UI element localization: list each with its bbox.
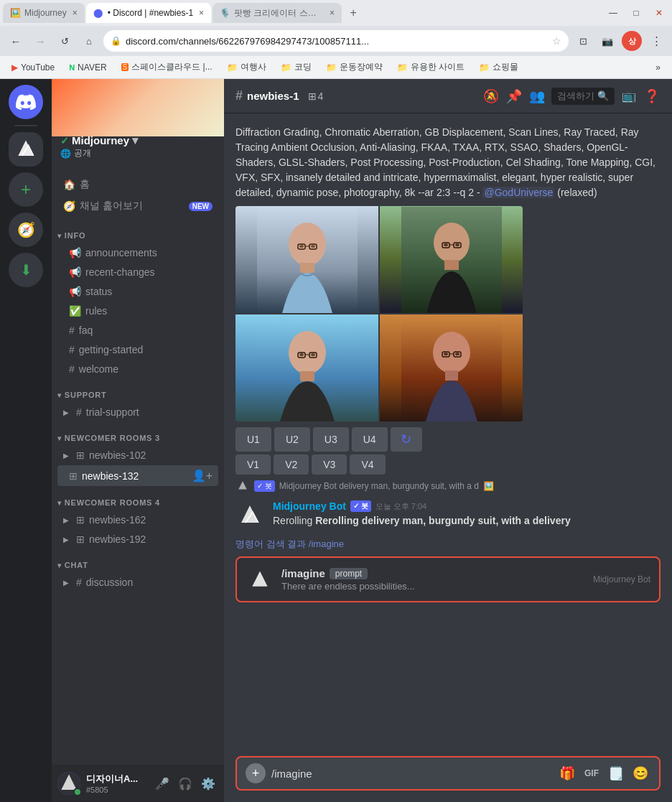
server-icon-add[interactable]: +	[9, 172, 43, 207]
bell-mute-icon[interactable]: 🔕	[482, 88, 500, 105]
help-icon[interactable]: ❓	[643, 88, 661, 105]
tab-close-3[interactable]: ×	[330, 8, 335, 18]
bookmark-naver[interactable]: N NAVER	[63, 61, 112, 74]
server-icon-download[interactable]: ⬇	[9, 253, 43, 287]
command-search-label: 명령어 검색 결과 /imagine	[235, 538, 661, 551]
address-bar[interactable]: 🔒 discord.com/channels/66226797698429747…	[103, 30, 569, 52]
bot-small-avatar	[235, 479, 250, 493]
gif-button[interactable]: GIF	[582, 763, 602, 783]
minimize-button[interactable]: —	[603, 3, 623, 23]
emoji-button[interactable]: 😊	[630, 763, 650, 783]
channel-welcome[interactable]: # welcome	[57, 360, 218, 378]
bookmark-star-icon[interactable]: ☆	[552, 35, 561, 47]
bookmark-travel[interactable]: 📁 여행사	[221, 60, 272, 75]
nav-home[interactable]: 🏠 홈	[57, 174, 218, 195]
pin-icon[interactable]: 📌	[505, 88, 523, 105]
bookmark-coding[interactable]: 📁 코딩	[275, 60, 317, 75]
channel-trial-support[interactable]: ▶ # trial-support	[57, 403, 218, 421]
refresh-button-u[interactable]: ↻	[391, 427, 422, 452]
bot-verified-badge: ✓ 봇	[350, 500, 371, 512]
search-box[interactable]: 검색하기 🔍	[551, 88, 615, 105]
new-tab-button[interactable]: +	[343, 3, 363, 23]
screenshot-button[interactable]: 📷	[597, 31, 617, 51]
refresh-button[interactable]: ↺	[55, 31, 75, 51]
server-icon-explore[interactable]: 🧭	[9, 213, 43, 247]
mention-text[interactable]: @GodUniverse	[482, 187, 554, 198]
category-info[interactable]: ▾ INFO	[52, 220, 224, 243]
members-icon[interactable]: 👥	[528, 88, 546, 105]
v1-button[interactable]: V1	[235, 454, 271, 475]
channel-rules[interactable]: ✅ rules	[57, 302, 218, 320]
nav-browse[interactable]: 🧭 채널 훑어보기 NEW	[57, 195, 218, 217]
channel-announcements[interactable]: 📢 announcements	[57, 243, 218, 262]
v4-button[interactable]: V4	[350, 454, 385, 475]
tab-close-2[interactable]: ×	[199, 8, 204, 18]
sticker-button[interactable]: 🗒️	[606, 763, 626, 783]
command-suggestion-box[interactable]: /imagine prompt There are endless possib…	[235, 556, 661, 602]
headphone-button[interactable]: 🎧	[175, 773, 195, 793]
command-search-value: /imagine	[309, 538, 344, 549]
profile-button[interactable]: 상	[622, 31, 642, 51]
back-button[interactable]: ←	[6, 31, 26, 51]
channel-newbies-192[interactable]: ▶ ⊞ newbies-192	[57, 530, 218, 549]
image-icon-small: 🖼️	[483, 481, 494, 491]
menu-button[interactable]: ⋮	[646, 31, 666, 51]
bookmark-sports[interactable]: 📁 운동장예약	[320, 60, 388, 75]
u3-button[interactable]: U3	[313, 427, 349, 452]
collapse-icon-info: ▾	[57, 232, 62, 240]
category-newcomer-4[interactable]: ▾ NEWCOMER ROOMS 4	[52, 487, 224, 510]
discord-home-icon[interactable]	[9, 85, 43, 119]
server-icon-midjourney[interactable]	[9, 132, 43, 167]
user-name: 디자이너A...	[86, 773, 146, 785]
image-cell-1[interactable]	[235, 206, 378, 313]
messages-area[interactable]: Diffraction Grading, Chromatic Aberratio…	[224, 113, 672, 756]
server-name[interactable]: ✓ Midjourney ▾	[60, 134, 138, 147]
category-newcomer-3[interactable]: ▾ NEWCOMER ROOMS 3	[52, 422, 224, 445]
tab-podcast[interactable]: 🎙️ 팟빵 크리에이터 스튜디 ×	[213, 3, 342, 23]
bookmark-shopping[interactable]: 📁 쇼핑몰	[473, 60, 524, 75]
compass-icon: 🧭	[63, 200, 75, 212]
v3-button[interactable]: V3	[312, 454, 347, 475]
add-attachment-button[interactable]: +	[246, 763, 266, 783]
category-chat[interactable]: ▾ CHAT	[52, 549, 224, 572]
forward-button[interactable]: →	[30, 31, 50, 51]
tab-favicon-1: 🖼️	[10, 8, 20, 18]
hash-icon-6: ⊞	[69, 470, 78, 482]
server-dropdown-icon[interactable]: ▾	[132, 134, 138, 147]
channel-status[interactable]: 📢 status	[57, 282, 218, 301]
close-button[interactable]: ✕	[649, 3, 669, 23]
quick-nav: 🏠 홈 🧭 채널 훑어보기 NEW	[52, 171, 224, 220]
bookmark-youtube[interactable]: ▶ YouTube	[6, 61, 60, 74]
u4-button[interactable]: U4	[352, 427, 388, 452]
u1-button[interactable]: U1	[235, 427, 271, 452]
screen-icon[interactable]: 📺	[620, 88, 638, 105]
category-support[interactable]: ▾ SUPPORT	[52, 379, 224, 402]
channel-newbies-102[interactable]: ▶ ⊞ newbies-102	[57, 446, 218, 465]
mic-button[interactable]: 🎤	[152, 773, 172, 793]
chat-input-text[interactable]: /imagine	[271, 768, 551, 780]
channel-faq[interactable]: # faq	[57, 321, 218, 340]
image-cell-4[interactable]	[380, 314, 523, 421]
channel-newbies-162[interactable]: ▶ ⊞ newbies-162	[57, 510, 218, 529]
tab-discord[interactable]: ⬤ • Discord | #newbies-1 ×	[86, 3, 211, 23]
bookmarks-more[interactable]: »	[650, 61, 666, 74]
channel-discussion[interactable]: ▶ # discussion	[57, 573, 218, 592]
gift-button[interactable]: 🎁	[557, 763, 577, 783]
tab-midjourney[interactable]: 🖼️ Midjourney ×	[3, 3, 85, 23]
tab-close-1[interactable]: ×	[73, 8, 78, 18]
channel-newbies-132[interactable]: ⊞ newbies-132 👤+	[57, 465, 218, 486]
maximize-button[interactable]: □	[626, 3, 646, 23]
u2-button[interactable]: U2	[274, 427, 310, 452]
image-cell-2[interactable]	[380, 206, 523, 313]
channel-recent-changes[interactable]: 📢 recent-changes	[57, 263, 218, 281]
channel-getting-started[interactable]: # getting-started	[57, 340, 218, 359]
home-button[interactable]: ⌂	[79, 31, 99, 51]
bookmark-useful[interactable]: 📁 유용한 사이트	[391, 60, 470, 75]
v2-button[interactable]: V2	[274, 454, 309, 475]
cast-button[interactable]: ⊡	[573, 31, 593, 51]
bookmark-spacecloud[interactable]: S 스페이스클라우드 |...	[116, 60, 218, 75]
settings-button[interactable]: ⚙️	[198, 773, 218, 793]
image-cell-3[interactable]	[235, 314, 378, 421]
command-prompt-badge: prompt	[330, 568, 368, 579]
add-member-icon[interactable]: 👤+	[192, 469, 213, 482]
